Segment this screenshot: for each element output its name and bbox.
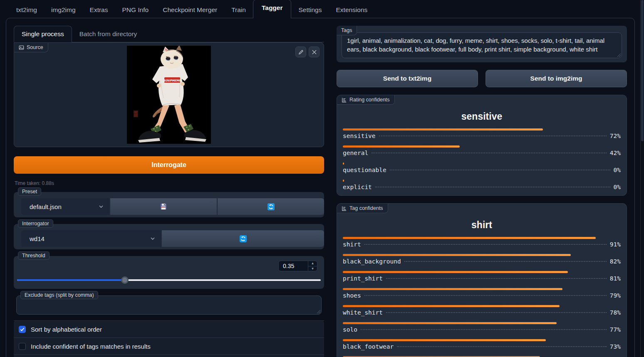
tagger-tab-content: Single processBatch from directory Sourc… [6, 18, 635, 357]
checkbox-unchecked[interactable] [19, 343, 26, 350]
floppy-save-icon [160, 203, 167, 210]
checkbox-label: Include confident of tags matches in res… [31, 343, 151, 350]
confidence-bar-shirt [343, 237, 596, 239]
tag-confidents-label: Tag confidents [337, 204, 388, 213]
preset-label: Preset [18, 187, 41, 196]
window-scrollbar[interactable] [640, 0, 644, 357]
dotted-leader [364, 295, 607, 296]
rating-confidents-label: Rating confidents [337, 95, 395, 105]
confidence-label: questionable [343, 167, 386, 173]
refresh-presets-button[interactable] [218, 198, 324, 215]
preset-dropdown[interactable]: default.json [21, 198, 109, 215]
confidence-label: sensitive [343, 133, 376, 139]
dotted-leader [386, 312, 607, 313]
source-label: Source [14, 43, 48, 52]
dotted-leader [386, 278, 607, 279]
confidence-percent: 78% [610, 309, 621, 316]
threshold-slider[interactable] [17, 276, 321, 284]
confidence-percent: 91% [610, 241, 621, 248]
interrogate-button[interactable]: Interrogate [14, 156, 324, 174]
dotted-leader [379, 135, 607, 136]
threshold-value-field[interactable] [279, 261, 308, 271]
confidence-percent: 0% [614, 184, 621, 190]
source-image[interactable]: SOUPMEME [127, 46, 211, 144]
tab-train[interactable]: Train [224, 2, 253, 18]
subtab-single-process[interactable]: Single process [14, 26, 72, 42]
confidence-row-black-background: black_background82% [343, 258, 621, 265]
confidence-percent: 42% [610, 150, 621, 156]
dotted-leader [397, 346, 607, 347]
right-column: Tags 1girl, animal, animalization, cat, … [337, 26, 627, 357]
confidence-row-shoes: shoes79% [343, 292, 621, 299]
tags-output[interactable]: 1girl, animal, animalization, cat, dog, … [342, 32, 622, 58]
tab-extensions[interactable]: Extensions [329, 2, 374, 18]
refresh-icon [268, 203, 275, 210]
confidence-row-solo: solo77% [343, 326, 621, 333]
confidence-label: black_footwear [343, 343, 394, 350]
tab-settings[interactable]: Settings [291, 2, 329, 18]
image-icon [19, 45, 24, 50]
source-image-block: Source [14, 42, 324, 147]
confidence-bar-questionable [343, 162, 344, 165]
send-to-img2img-button[interactable]: Send to img2img [485, 70, 627, 87]
scrollbar-thumb[interactable] [641, 0, 644, 141]
checkbox-checked[interactable] [19, 326, 26, 333]
confidence-bar-black-footwear [343, 339, 546, 341]
tab-extras[interactable]: Extras [83, 2, 115, 18]
chevron-down-icon [150, 236, 155, 241]
preset-block: Preset default.json [14, 192, 324, 217]
threshold-number-input[interactable]: ▲ ▼ [278, 261, 317, 271]
save-preset-button[interactable] [110, 198, 217, 215]
tab-img2img[interactable]: img2img [44, 2, 83, 18]
edit-image-button[interactable] [295, 47, 306, 57]
confidence-percent: 72% [610, 133, 621, 139]
confidence-bar-explicit [343, 180, 344, 182]
confidence-percent: 77% [610, 326, 621, 333]
tab-checkpoint-merger[interactable]: Checkpoint Merger [156, 2, 224, 18]
check-icon [20, 327, 25, 332]
tab-tagger[interactable]: Tagger [253, 0, 292, 18]
subtab-batch-from-directory[interactable]: Batch from directory [72, 26, 145, 42]
tag-confidents-list: shirt91%black_background82%print_shirt81… [343, 237, 621, 357]
process-subtabs: Single processBatch from directory [14, 26, 324, 42]
confidence-label: solo [343, 326, 357, 333]
confidence-label: shoes [343, 292, 361, 299]
interrogator-value: wd14 [30, 235, 45, 242]
slider-thumb[interactable] [121, 276, 129, 284]
spinner-down-icon[interactable]: ▼ [308, 266, 317, 271]
confidence-bar-black-background [343, 254, 571, 256]
confidence-row-print-shirt: print_shirt81% [343, 275, 621, 282]
rating-top-label: sensitive [343, 111, 621, 122]
confidence-percent: 73% [610, 343, 621, 350]
refresh-interrogators-button[interactable] [162, 230, 324, 247]
checkbox-row-use-spaces-instead-of-underscore[interactable]: Use spaces instead of underscore [14, 355, 324, 357]
confidence-row-sensitive: sensitive72% [343, 133, 621, 139]
send-to-txt2img-button[interactable]: Send to txt2img [337, 70, 478, 87]
tag-confidents-panel: Tag confidents shirt shirt91%black_backg… [337, 203, 627, 357]
confidence-bar-white-shirt [343, 305, 560, 307]
interrogator-dropdown[interactable]: wd14 [21, 230, 161, 247]
confidence-row-black-footwear: black_footwear73% [343, 343, 621, 350]
threshold-spinner[interactable]: ▲ ▼ [308, 261, 317, 271]
tab-txt2img[interactable]: txt2img [9, 2, 44, 18]
left-column: Single processBatch from directory Sourc… [14, 26, 324, 357]
confidence-percent: 82% [610, 258, 621, 265]
dotted-leader [390, 170, 610, 170]
slider-fill [17, 279, 125, 281]
confidence-row-explicit: explicit0% [343, 184, 621, 190]
interrogator-label: Interrogator [18, 219, 53, 228]
svg-text:SOUPMEME: SOUPMEME [163, 79, 182, 82]
confidence-row-general: general42% [343, 150, 621, 156]
tab-png-info[interactable]: PNG Info [115, 2, 156, 18]
interrogator-block: Interrogator wd14 [14, 224, 324, 249]
clear-image-button[interactable] [309, 47, 320, 57]
checkbox-row-sort-by-alphabetical-order[interactable]: Sort by alphabetical order [14, 320, 324, 337]
confidence-bar-sensitive [343, 128, 543, 130]
spinner-up-icon[interactable]: ▲ [308, 261, 317, 266]
dotted-leader [372, 153, 607, 153]
confidence-label: explicit [343, 184, 372, 190]
dotted-leader [361, 329, 607, 330]
time-taken-text: Time taken: 0.88s [15, 180, 323, 186]
checkbox-row-include-confident-of-tags-matches-in-results[interactable]: Include confident of tags matches in res… [14, 337, 324, 355]
tag-top-label: shirt [343, 219, 621, 231]
